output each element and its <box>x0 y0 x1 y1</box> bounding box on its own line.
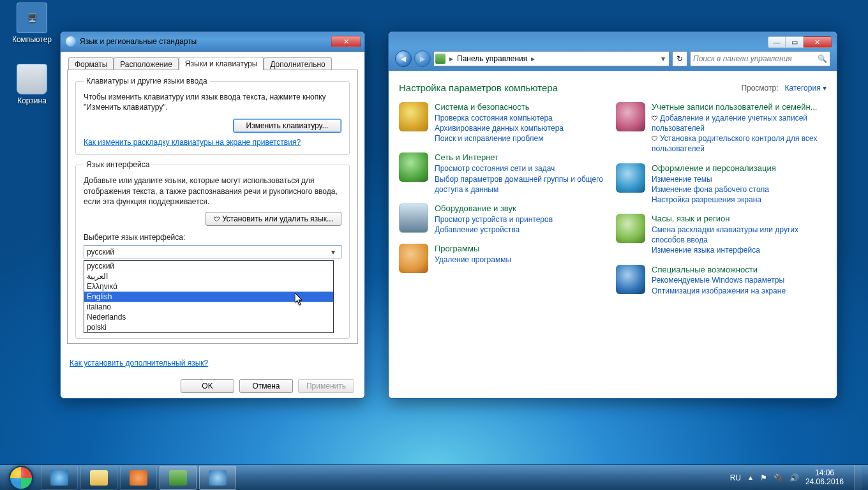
category-link[interactable]: Добавление и удаление учетных записей по… <box>652 114 807 133</box>
language-option[interactable]: العربية <box>84 271 333 281</box>
category: Учетные записи пользователей и семейн...… <box>616 102 827 154</box>
nav-back-button[interactable]: ◄ <box>395 50 412 67</box>
select-value: русский <box>87 248 114 256</box>
clock[interactable]: 14:06 24.06.2016 <box>805 469 844 487</box>
desktop-icon-computer[interactable]: 🖥️ Компьютер <box>9 3 55 44</box>
button-label: Установить или удалить язык... <box>222 214 333 223</box>
chevron-down-icon[interactable]: ▾ <box>659 54 668 63</box>
category: Часы, язык и регионСмена раскладки клави… <box>616 214 827 255</box>
category-link[interactable]: Рекомендуемые Windows параметры <box>652 276 784 285</box>
taskbar-app-control-panel[interactable] <box>160 466 197 490</box>
network-icon[interactable]: 🔌 <box>774 473 783 482</box>
category-title[interactable]: Специальные возможности <box>652 265 786 276</box>
breadcrumb-item[interactable]: Панель управления <box>457 54 527 63</box>
desktop-icon-recycle[interactable]: Корзина <box>9 64 55 105</box>
change-keyboard-button[interactable]: Изменить клавиатуру... <box>233 119 341 133</box>
search-icon: 🔍 <box>818 54 827 63</box>
select-label: Выберите язык интерфейса: <box>84 232 341 242</box>
category-link[interactable]: Просмотр состояния сети и задач <box>435 164 555 173</box>
close-button[interactable]: ✕ <box>331 36 361 47</box>
group-text: Добавьте или удалите языки, которые могу… <box>84 175 341 207</box>
category-link[interactable]: Изменение языка интерфейса <box>652 246 760 255</box>
breadcrumb-sep-icon: ▸ <box>530 54 536 63</box>
category-link[interactable]: Смена раскладки клавиатуры или других сп… <box>652 225 798 244</box>
category-link[interactable]: Архивирование данных компьютера <box>435 124 564 133</box>
taskbar-app-explorer[interactable] <box>80 466 117 490</box>
category: Система и безопасностьПроверка состояния… <box>399 102 610 144</box>
language-option-selected[interactable]: English <box>84 292 333 302</box>
tab-formats[interactable]: Форматы <box>68 57 114 71</box>
close-button[interactable]: ✕ <box>804 36 832 48</box>
category-link[interactable]: Удаление программы <box>435 255 511 264</box>
refresh-button[interactable]: ↻ <box>672 51 687 66</box>
category-title[interactable]: Система и безопасность <box>435 102 564 113</box>
category-link[interactable]: Настройка разрешения экрана <box>652 195 761 204</box>
view-selector[interactable]: Просмотр: Категория ▾ <box>741 84 827 93</box>
category-title[interactable]: Оформление и персонализация <box>652 163 776 174</box>
desktop-icon-label: Корзина <box>9 96 55 105</box>
control-panel-window: — ▭ ✕ ◄ ► ▸ Панель управления ▸ ▾ ↻ Поис… <box>388 31 837 399</box>
category-link[interactable]: Проверка состояния компьютера <box>435 114 553 122</box>
category-title[interactable]: Учетные записи пользователей и семейн... <box>652 102 827 113</box>
search-placeholder: Поиск в панели управления <box>693 54 792 63</box>
install-remove-language-button[interactable]: 🛡 Установить или удалить язык... <box>206 212 341 226</box>
view-label: Просмотр: <box>741 84 778 93</box>
recycle-icon <box>17 64 47 94</box>
language-option[interactable]: italiano <box>84 302 333 312</box>
welcome-screen-link[interactable]: Как изменить раскладку клавиатуры на экр… <box>84 138 301 147</box>
language-indicator[interactable]: RU <box>730 473 741 482</box>
search-input[interactable]: Поиск в панели управления 🔍 <box>690 51 830 66</box>
category-title[interactable]: Часы, язык и регион <box>652 214 827 225</box>
language-option[interactable]: Nederlands <box>84 312 333 322</box>
maximize-button[interactable]: ▭ <box>786 36 804 48</box>
window-titlebar[interactable]: Язык и региональные стандарты ✕ <box>61 32 364 52</box>
category-icon <box>399 102 428 131</box>
show-desktop-button[interactable] <box>854 465 862 491</box>
clock-date: 24.06.2016 <box>805 478 844 487</box>
category-icon <box>399 244 428 273</box>
category-icon <box>399 152 428 182</box>
interface-language-select[interactable]: русский ▾ <box>84 245 341 258</box>
group-legend: Клавиатуры и другие языки ввода <box>84 77 210 85</box>
language-option[interactable]: Ελληνικά <box>84 281 333 292</box>
tab-location[interactable]: Расположение <box>114 57 179 71</box>
minimize-button[interactable]: — <box>768 36 786 48</box>
category-link[interactable]: Установка родительского контроля для все… <box>652 134 818 153</box>
taskbar-app-region[interactable] <box>199 466 236 490</box>
action-center-icon[interactable]: ⚑ <box>760 473 767 482</box>
tab-additional[interactable]: Дополнительно <box>264 57 331 71</box>
nav-forward-button[interactable]: ► <box>414 50 431 67</box>
category-title[interactable]: Оборудование и звук <box>435 204 553 214</box>
tab-keyboards-languages[interactable]: Языки и клавиатуры <box>179 57 264 70</box>
category-icon <box>616 214 645 243</box>
taskbar-app-ie[interactable] <box>41 466 78 490</box>
category-link[interactable]: Выбор параметров домашней группы и общег… <box>435 175 603 194</box>
tray-chevron-icon[interactable]: ▲ <box>747 474 754 481</box>
chevron-down-icon: ▾ <box>327 248 338 256</box>
taskbar: RU ▲ ⚑ 🔌 🔊 14:06 24.06.2016 <box>0 464 868 490</box>
clock-time: 14:06 <box>805 469 844 478</box>
install-additional-language-link[interactable]: Как установить дополнительный язык? <box>70 359 208 368</box>
start-button[interactable] <box>4 465 38 491</box>
category-link[interactable]: Оптимизация изображения на экране <box>652 286 786 295</box>
taskbar-app-mediaplayer[interactable] <box>120 466 157 490</box>
language-option[interactable]: polski <box>84 322 333 332</box>
category: Оформление и персонализацияИзменение тем… <box>616 163 827 205</box>
apply-button[interactable]: Применить <box>298 379 354 393</box>
ok-button[interactable]: OK <box>181 379 234 393</box>
category-link[interactable]: Изменение темы <box>652 175 712 184</box>
category: ПрограммыУдаление программы <box>399 244 610 273</box>
volume-icon[interactable]: 🔊 <box>789 473 799 482</box>
category-link[interactable]: Поиск и исправление проблем <box>435 134 543 143</box>
language-option[interactable]: русский <box>84 261 333 271</box>
category-title[interactable]: Сеть и Интернет <box>435 152 610 163</box>
category-link[interactable]: Изменение фона рабочего стола <box>652 185 769 194</box>
keyboard-group: Клавиатуры и другие языки ввода Чтобы из… <box>75 77 350 155</box>
mediaplayer-icon <box>130 470 147 486</box>
page-title: Настройка параметров компьютера <box>399 82 558 93</box>
address-bar[interactable]: ▸ Панель управления ▸ ▾ <box>433 51 670 66</box>
category-link[interactable]: Просмотр устройств и принтеров <box>435 215 553 224</box>
category-title[interactable]: Программы <box>435 244 511 255</box>
category-link[interactable]: Добавление устройства <box>435 225 520 234</box>
cancel-button[interactable]: Отмена <box>239 379 293 393</box>
